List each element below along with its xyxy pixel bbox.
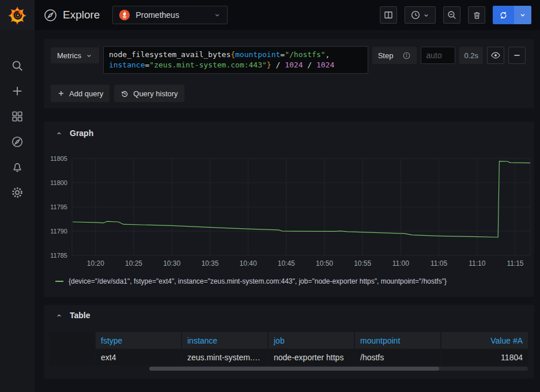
y-tick-label: 11790 [50, 228, 67, 235]
column-header-mountpoint[interactable]: mountpoint [354, 332, 441, 349]
sidebar-item-create[interactable] [10, 84, 24, 98]
x-tick-label: 10:55 [354, 259, 371, 267]
query-token: 1024 [285, 61, 303, 69]
alerting-bell-icon [11, 161, 24, 174]
query-token: = [280, 50, 285, 59]
x-tick-label: 10:35 [201, 259, 218, 267]
column-header-Value #A[interactable]: Value #A [441, 332, 528, 349]
sidebar-item-dashboards[interactable] [10, 110, 24, 123]
split-panes-icon [383, 10, 394, 20]
column-header-instance[interactable]: instance [182, 332, 268, 349]
chevron-down-icon [519, 11, 527, 19]
step-field-label: Step [372, 47, 417, 64]
grafana-home-button[interactable] [0, 0, 35, 30]
results-table: fstypeinstancejobmountpointValue #A ext4… [49, 332, 528, 365]
table-cell: ext4 [95, 349, 182, 365]
split-view-button[interactable] [380, 6, 397, 24]
chevron-down-icon [422, 12, 430, 19]
graph-panel: Graph 117851179011795118001180510:2010:2… [44, 122, 534, 297]
add-query-button[interactable]: Add query [51, 85, 109, 102]
page-title: Explore [63, 9, 100, 21]
table-panel-header[interactable]: Table [44, 311, 534, 320]
x-tick-label: 10:20 [87, 259, 104, 267]
query-token: instance [109, 61, 145, 69]
x-tick-label: 10:25 [125, 259, 142, 267]
explore-content: Metrics node_filesystem_avail_bytes{moun… [35, 30, 540, 392]
zoom-out-button[interactable] [443, 6, 460, 24]
series-line [73, 161, 530, 238]
chevron-up-icon [55, 312, 63, 319]
table-panel: Table fstypeinstancejobmountpointValue #… [44, 305, 534, 379]
sidebar-item-alerting[interactable] [10, 160, 24, 174]
query-editor-input[interactable]: node_filesystem_avail_bytes{mountpoint="… [103, 46, 368, 74]
query-token: node_filesystem_avail_bytes [109, 50, 231, 59]
settings-gear-icon [11, 186, 24, 199]
graph-legend: {device="/dev/sda1", fstype="ext4", inst… [44, 277, 534, 285]
query-token: "/hostfs" [285, 50, 325, 59]
history-icon [120, 89, 129, 98]
x-tick-label: 11:10 [469, 259, 485, 267]
table-header-row: fstypeinstancejobmountpointValue #A [49, 332, 528, 349]
query-token: / [303, 61, 316, 69]
x-tick-label: 10:45 [278, 259, 295, 267]
chevron-up-icon [55, 130, 63, 137]
query-token: , [326, 50, 330, 59]
legend-series-label[interactable]: {device="/dev/sda1", fstype="ext4", inst… [69, 277, 447, 285]
datasource-picker[interactable]: Prometheus [112, 6, 228, 24]
toggle-query-visibility-button[interactable] [487, 47, 504, 64]
x-tick-label: 11:00 [392, 259, 409, 267]
step-input[interactable] [421, 47, 455, 64]
add-query-label: Add query [69, 89, 103, 98]
query-history-button[interactable]: Query history [114, 85, 184, 102]
column-header-job[interactable]: job [268, 332, 354, 349]
table-cell: node-exporter https [268, 349, 354, 365]
info-icon[interactable] [402, 51, 411, 60]
clear-all-button[interactable] [468, 6, 485, 24]
query-token: "zeus.mint-system.com:443" [149, 61, 267, 69]
eye-icon [490, 50, 501, 61]
explore-compass-icon [44, 9, 57, 22]
scrollbar-thumb[interactable] [149, 367, 439, 371]
sidebar [0, 0, 35, 392]
column-header-time[interactable] [49, 332, 95, 349]
prometheus-logo-icon [119, 9, 130, 21]
table-horizontal-scrollbar[interactable] [149, 367, 528, 371]
query-token: { [231, 50, 235, 59]
table-cell: zeus.mint-system.c… [182, 349, 268, 365]
sidebar-item-search[interactable] [10, 59, 24, 73]
x-tick-label: 10:40 [240, 259, 257, 267]
column-header-fstype[interactable]: fstype [95, 332, 182, 349]
grafana-logo-icon [7, 5, 27, 25]
graph-chart[interactable]: 117851179011795118001180510:2010:2510:30… [44, 150, 534, 269]
remove-query-button[interactable] [508, 47, 526, 64]
table-row: ext4zeus.mint-system.c…node-exporter htt… [49, 349, 528, 365]
sidebar-item-explore[interactable] [10, 135, 24, 149]
toolbar-actions [380, 6, 531, 24]
y-tick-label: 11800 [50, 179, 67, 186]
time-picker-button[interactable] [405, 6, 436, 24]
y-tick-label: 11805 [50, 155, 67, 162]
trash-icon [472, 10, 482, 20]
run-query-options-button[interactable] [514, 6, 531, 24]
graph-panel-header[interactable]: Graph [44, 129, 534, 138]
explore-compass-icon [11, 135, 24, 148]
results-table-wrap: fstypeinstancejobmountpointValue #A ext4… [49, 332, 528, 371]
x-tick-label: 11:05 [431, 259, 447, 267]
query-token: } [267, 61, 271, 69]
metrics-dropdown-button[interactable]: Metrics [51, 47, 99, 63]
query-editor-code: node_filesystem_avail_bytes{mountpoint="… [109, 50, 362, 70]
minus-icon [512, 51, 522, 60]
step-label: Step [378, 51, 394, 60]
chevron-down-icon [85, 52, 93, 59]
table-panel-title: Table [70, 311, 90, 320]
zoom-out-icon [447, 10, 457, 20]
query-token: / [271, 61, 285, 69]
sidebar-item-configuration[interactable] [10, 186, 24, 199]
x-tick-label: 10:50 [316, 259, 333, 267]
query-token: 1024 [316, 61, 334, 69]
run-query-button[interactable] [493, 6, 514, 24]
metrics-label: Metrics [57, 51, 81, 60]
query-row: Metrics node_filesystem_avail_bytes{moun… [51, 46, 526, 74]
main-area: Explore Prometheus [35, 0, 540, 392]
query-row-panel: Metrics node_filesystem_avail_bytes{moun… [44, 39, 534, 108]
